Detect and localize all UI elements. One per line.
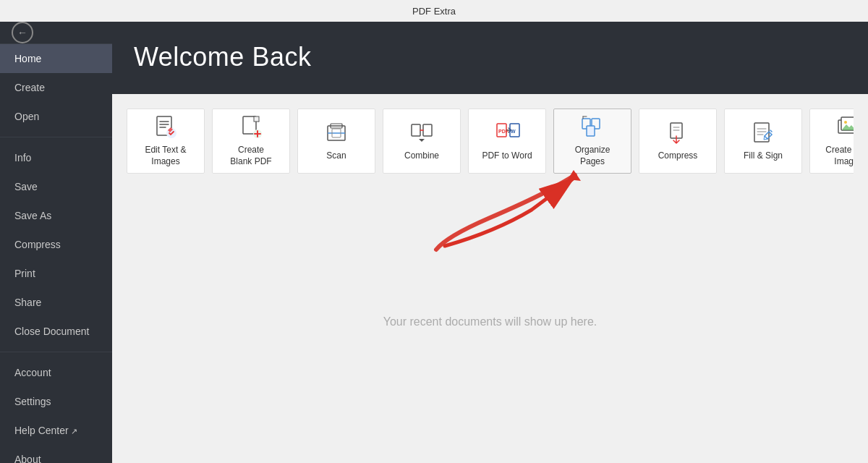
svg-text:W: W [511,129,516,134]
svg-rect-9 [412,124,420,136]
fill-sign-label: Fill & Sign [744,150,783,162]
scan-icon [323,120,349,146]
sidebar-item-home[interactable]: Home [0,44,112,73]
recent-empty-text: Your recent documents will show up here. [383,315,597,328]
combine-label: Combine [404,150,439,162]
sidebar-item-open[interactable]: Open [0,102,112,131]
svg-text:PDF: PDF [498,129,509,134]
tools-area: Edit Text &Images CreateBlank PDF [112,94,868,181]
sidebar-item-print[interactable]: Print [0,259,112,288]
pdf-to-word-icon: PDF W [494,120,520,146]
create-blank-pdf-label: CreateBlank PDF [230,145,271,167]
tool-create-from-images[interactable]: Create fromImages [809,109,854,174]
tool-combine[interactable]: Combine [383,109,461,174]
edit-text-images-label: Edit Text &Images [145,145,186,167]
tool-fill-sign[interactable]: Fill & Sign [724,109,802,174]
sidebar-item-share[interactable]: Share [0,288,112,317]
svg-rect-10 [423,124,432,136]
sidebar-item-create[interactable]: Create [0,73,112,102]
sidebar-item-account[interactable]: Account [0,358,112,387]
tools-grid: Edit Text &Images CreateBlank PDF [127,109,854,174]
create-from-images-label: Create fromImages [825,145,854,167]
scan-label: Scan [326,150,346,162]
sidebar-item-settings[interactable]: Settings [0,387,112,416]
main-content: Welcome Back Edit Text &Images [112,22,868,463]
svg-point-22 [844,121,847,124]
svg-rect-3 [254,116,259,122]
sidebar-back-section: ← [0,22,112,44]
tool-edit-text-images[interactable]: Edit Text &Images [127,109,205,174]
back-icon: ← [17,27,27,38]
create-blank-pdf-icon [238,114,264,140]
sidebar-item-help-center[interactable]: Help Center [0,416,112,445]
fill-sign-icon [750,120,776,146]
tool-organize-pages[interactable]: OrganizePages [553,109,631,174]
recent-area: Your recent documents will show up here. [112,181,868,463]
sidebar-item-info[interactable]: Info [0,143,112,172]
organize-pages-icon [579,114,605,140]
sidebar-item-compress[interactable]: Compress [0,230,112,259]
compress-label: Compress [658,150,698,162]
svg-rect-17 [587,126,595,136]
pdf-to-word-label: PDF to Word [482,150,532,162]
sidebar: ← Home Create Open Info Save Save As Com… [0,22,112,463]
app-name: PDF Extra [412,6,456,17]
combine-icon [409,120,435,146]
sidebar-item-save-as[interactable]: Save As [0,201,112,230]
sidebar-item-save[interactable]: Save [0,172,112,201]
welcome-header: Welcome Back [112,22,868,94]
sidebar-item-about[interactable]: About [0,445,112,463]
tool-scan[interactable]: Scan [297,109,375,174]
back-button[interactable]: ← [12,22,33,43]
welcome-title: Welcome Back [134,42,846,72]
tool-pdf-to-word[interactable]: PDF W PDF to Word [468,109,546,174]
tool-compress[interactable]: Compress [639,109,717,174]
edit-text-images-icon [153,114,179,140]
sidebar-item-close-document[interactable]: Close Document [0,317,112,346]
organize-pages-label: OrganizePages [575,145,610,167]
compress-icon [665,120,691,146]
tool-create-blank-pdf[interactable]: CreateBlank PDF [212,109,290,174]
create-from-images-icon [835,114,854,140]
title-bar: PDF Extra [0,0,868,22]
